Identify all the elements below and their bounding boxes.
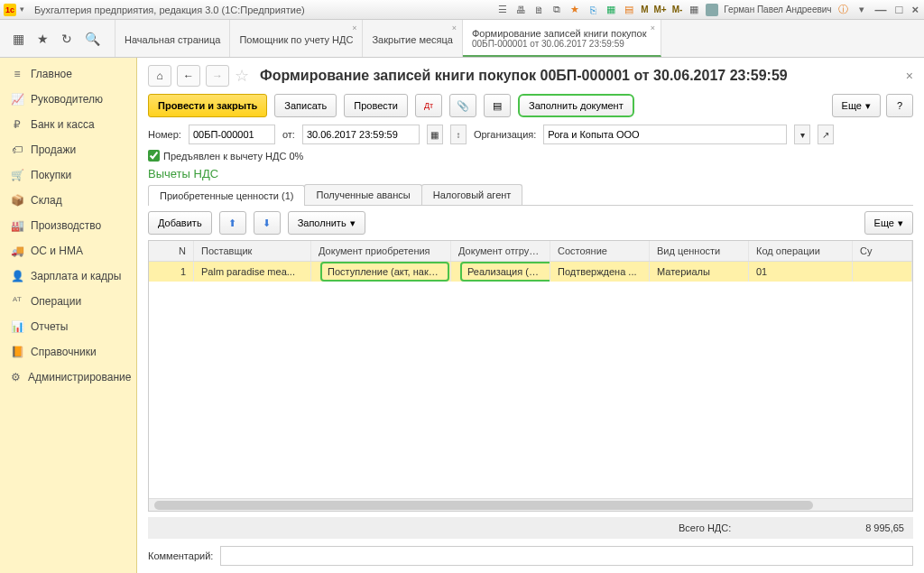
favorite-icon[interactable]: ★ [37, 32, 49, 46]
th-state[interactable]: Состояние [550, 241, 650, 261]
tab-start[interactable]: Начальная страница [116, 20, 230, 57]
date-mode-button[interactable]: ↕ [450, 125, 467, 144]
sidebar-item-purchases[interactable]: 🛒Покупки [0, 162, 136, 188]
check-icon[interactable]: ▦ [605, 4, 617, 16]
calendar-button[interactable]: ▦ [427, 125, 443, 144]
copy-icon[interactable]: ⧉ [550, 4, 563, 16]
sidebar-label: Зарплата и кадры [31, 270, 121, 282]
sidebar-item-sales[interactable]: 🏷Продажи [0, 137, 136, 162]
number-input[interactable] [189, 125, 275, 144]
write-button[interactable]: Записать [274, 94, 337, 117]
dt-kt-button[interactable]: Дт [415, 94, 442, 117]
favorite-star-icon[interactable]: ☆ [235, 66, 249, 86]
post-and-close-button[interactable]: Провести и закрыть [148, 94, 267, 117]
info-icon[interactable]: ⓘ [837, 4, 850, 16]
subtab-advances[interactable]: Полученные авансы [304, 184, 421, 205]
attach-button[interactable]: 📎 [449, 94, 476, 117]
report-button[interactable]: ▤ [484, 94, 511, 117]
fill-button[interactable]: Заполнить ▾ [288, 211, 365, 235]
post-button[interactable]: Провести [344, 94, 408, 117]
th-valtype[interactable]: Вид ценности [650, 241, 749, 261]
sidebar-item-production[interactable]: 🏭Производство [0, 213, 136, 238]
table-body-empty[interactable] [149, 282, 912, 498]
horizontal-scrollbar[interactable] [149, 498, 912, 511]
maximize-button[interactable]: □ [894, 3, 905, 16]
tab-purchase-book[interactable]: Формирование записей книги покупок 00БП-… [463, 20, 661, 57]
th-n[interactable]: N [149, 241, 194, 261]
cell-doc-acq: Поступление (акт, накл... [311, 262, 451, 282]
history-icon[interactable]: ↻ [61, 32, 72, 46]
sidebar-item-operations[interactable]: ᴬᵀОперации [0, 289, 136, 314]
more-button[interactable]: Еще ▾ [832, 94, 881, 117]
minimize-button[interactable]: — [873, 3, 889, 16]
apps-icon[interactable]: ▦ [13, 32, 24, 46]
sidebar-item-reports[interactable]: 📊Отчеты [0, 314, 136, 339]
user-avatar[interactable] [706, 4, 718, 16]
titlebar-icons: ☰ 🖶 🗎 ⧉ ★ ⎘ ▦ ▤ M M+ M- ▦ Герман Павел А… [496, 3, 920, 16]
m-minus-button[interactable]: M- [672, 5, 683, 14]
search-icon[interactable]: 🔍 [85, 32, 100, 46]
th-sum[interactable]: Су [853, 241, 912, 261]
ruble-icon: ₽ [11, 118, 23, 131]
scrollbar-thumb[interactable] [154, 501, 813, 510]
tabs: Начальная страница Помощник по учету НДС… [116, 20, 924, 57]
sidebar-item-warehouse[interactable]: 📦Склад [0, 188, 136, 213]
doc-icon[interactable]: 🗎 [532, 4, 545, 16]
add-button[interactable]: Добавить [148, 211, 212, 235]
th-opcode[interactable]: Код операции [749, 241, 853, 261]
print-icon[interactable]: 🖶 [514, 4, 527, 16]
file-icon[interactable]: ☰ [496, 4, 509, 16]
sidebar-item-main[interactable]: ≡Главное [0, 61, 136, 87]
fill-label: Заполнить [298, 217, 346, 228]
sidebar-label: Отчеты [31, 320, 68, 333]
vat-zero-checkbox[interactable] [148, 150, 160, 162]
sidebar-item-refs[interactable]: 📙Справочники [0, 339, 136, 365]
sidebar-item-hr[interactable]: 👤Зарплата и кадры [0, 263, 136, 289]
tab-close-icon[interactable]: × [452, 23, 457, 32]
sidebar-item-admin[interactable]: ⚙Администрирование [0, 365, 136, 390]
back-button[interactable]: ← [177, 65, 200, 87]
tab-close-icon[interactable]: × [651, 23, 655, 32]
tab-month-close[interactable]: Закрытие месяца× [363, 20, 463, 57]
subtab-tax-agent[interactable]: Налоговый агент [421, 184, 523, 205]
flag-icon[interactable]: ▤ [623, 4, 635, 16]
sidebar-item-bank[interactable]: ₽Банк и касса [0, 112, 136, 137]
comment-input[interactable] [220, 546, 913, 566]
sub-more-button[interactable]: Еще ▾ [864, 211, 913, 235]
subtab-acquired[interactable]: Приобретенные ценности (1) [148, 185, 305, 206]
m-plus-button[interactable]: M+ [653, 5, 666, 14]
page-close-button[interactable]: × [906, 69, 913, 83]
tab-close-icon[interactable]: × [352, 23, 356, 32]
total-value: 8 995,65 [805, 522, 904, 533]
move-up-button[interactable]: ⬆ [219, 211, 246, 235]
organization-input[interactable] [543, 125, 787, 144]
dropdown2-icon[interactable]: ▾ [855, 4, 868, 16]
org-select-button[interactable]: ▾ [794, 125, 810, 144]
move-down-button[interactable]: ⬇ [254, 211, 281, 235]
help-button[interactable]: ? [886, 94, 913, 117]
table-row[interactable]: 1 Palm paradise mea... Поступление (акт,… [149, 262, 912, 282]
sidebar-item-manager[interactable]: 📈Руководителю [0, 87, 136, 112]
more-label: Еще [874, 217, 894, 228]
org-open-button[interactable]: ↗ [818, 125, 834, 144]
th-doc-ship[interactable]: Документ отгрузки [451, 241, 550, 261]
user-name[interactable]: Герман Павел Андреевич [724, 5, 831, 14]
th-doc-acq[interactable]: Документ приобретения [311, 241, 451, 261]
fill-document-button[interactable]: Заполнить документ [518, 94, 634, 117]
link-icon[interactable]: ⎘ [587, 4, 599, 16]
close-button[interactable]: × [910, 3, 920, 16]
tab-vat-helper[interactable]: Помощник по учету НДС× [230, 20, 363, 57]
home-button[interactable]: ⌂ [148, 65, 171, 87]
cell-doc-ship-text: Реализация (акт... [460, 262, 550, 282]
bars-icon: 📊 [11, 320, 23, 333]
sidebar-item-assets[interactable]: 🚚ОС и НМА [0, 238, 136, 263]
grid-icon[interactable]: ▦ [688, 4, 700, 16]
star-icon[interactable]: ★ [568, 4, 581, 16]
date-input[interactable] [302, 125, 420, 144]
th-supplier[interactable]: Поставщик [194, 241, 311, 261]
m-button[interactable]: M [641, 5, 648, 14]
forward-button[interactable]: → [206, 65, 229, 87]
gear-icon: ⚙ [11, 371, 21, 384]
app-title: Бухгалтерия предприятия, редакция 3.0 (1… [34, 5, 305, 15]
dropdown-icon[interactable]: ▾ [20, 5, 31, 15]
